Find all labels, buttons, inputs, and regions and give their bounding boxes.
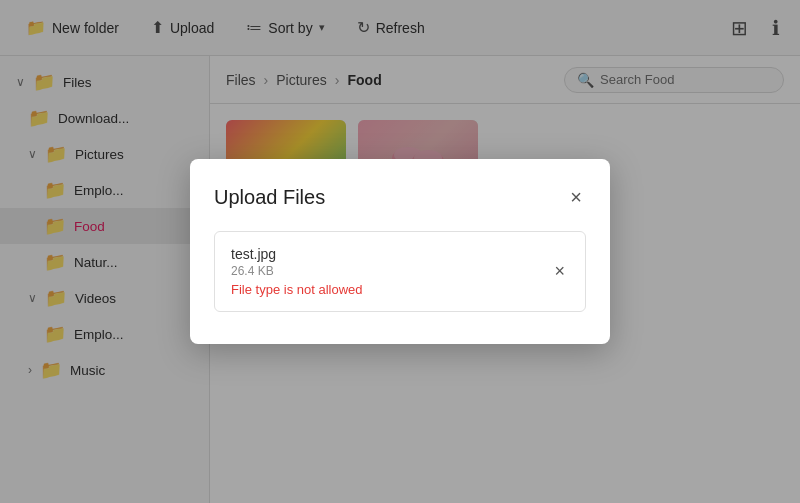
file-entry: test.jpg 26.4 KB File type is not allowe… <box>214 231 586 312</box>
file-entry-remove-button[interactable]: × <box>550 257 569 286</box>
file-entry-size: 26.4 KB <box>231 264 538 278</box>
overlay: Upload Files × test.jpg 26.4 KB File typ… <box>0 0 800 503</box>
dialog-header: Upload Files × <box>214 183 586 211</box>
dialog-title: Upload Files <box>214 186 325 209</box>
file-entry-name: test.jpg <box>231 246 538 262</box>
upload-dialog: Upload Files × test.jpg 26.4 KB File typ… <box>190 159 610 344</box>
file-entry-info: test.jpg 26.4 KB File type is not allowe… <box>231 246 538 297</box>
dialog-close-button[interactable]: × <box>566 183 586 211</box>
file-entry-error: File type is not allowed <box>231 282 538 297</box>
